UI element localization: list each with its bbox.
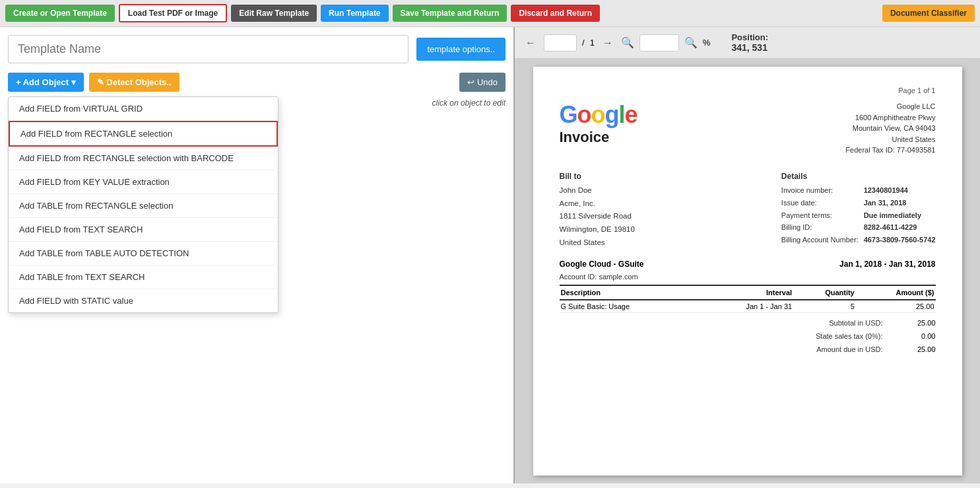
page-label: Page 1 of 1 xyxy=(560,87,936,94)
doc-toolbar: ← 1 / 1 → 🔍 100 🔍 % Position: 341, 531 xyxy=(515,27,980,59)
doc-page-wrapper: Page 1 of 1 Google Invoice Google LLC 16… xyxy=(515,59,980,483)
col-amount: Amount ($) xyxy=(856,285,936,300)
edit-raw-button[interactable]: Edit Raw Template xyxy=(231,5,317,22)
next-page-button[interactable]: → xyxy=(600,36,616,50)
save-return-button[interactable]: Save Template and Return xyxy=(393,5,507,22)
prev-page-button[interactable]: ← xyxy=(523,36,539,50)
col-interval: Interval xyxy=(699,285,793,300)
load-test-button[interactable]: Load Test PDF or Image xyxy=(119,4,227,22)
zoom-unit: % xyxy=(703,38,711,48)
dropdown-item-virtual-grid[interactable]: Add FIELD from VIRTUAL GRID xyxy=(9,97,278,121)
position-value: 341, 531 xyxy=(731,42,768,53)
dropdown-item-table-text-search[interactable]: Add TABLE from TEXT SEARCH xyxy=(9,265,278,289)
gsuite-section: Google Cloud - GSuite Jan 1, 2018 - Jan … xyxy=(560,260,936,281)
dropdown-item-key-value[interactable]: Add FIELD from KEY VALUE extraction xyxy=(9,170,278,194)
toolbar: Create or Open Template Load Test PDF or… xyxy=(0,0,980,27)
zoom-in-icon[interactable]: 🔍 xyxy=(684,36,698,49)
doc-page: Page 1 of 1 Google Invoice Google LLC 16… xyxy=(533,67,962,475)
create-open-button[interactable]: Create or Open Template xyxy=(5,5,115,22)
zoom-out-icon[interactable]: 🔍 xyxy=(621,36,634,49)
dropdown-item-table-auto[interactable]: Add TABLE from TABLE AUTO DETECTION xyxy=(9,242,278,265)
page-number-input[interactable]: 1 xyxy=(544,34,577,52)
template-name-row: template options.. xyxy=(8,35,506,63)
add-object-button[interactable]: + Add Object ▾ xyxy=(8,73,84,92)
add-object-dropdown: Add FIELD from VIRTUAL GRIDAdd FIELD fro… xyxy=(8,96,278,313)
discard-return-button[interactable]: Discard and Return xyxy=(511,5,600,22)
page-total: 1 xyxy=(590,38,595,48)
totals-section: Subtotal in USD: 25.00 State sales tax (… xyxy=(560,317,936,356)
account-id: Account ID: sample.com xyxy=(560,273,936,281)
col-quantity: Quantity xyxy=(793,285,856,300)
company-info: Google LLC 1600 Amphitheatre Pkwy Mounta… xyxy=(845,101,935,156)
doc-header: Google Invoice Google LLC 1600 Amphithea… xyxy=(560,101,936,159)
dropdown-item-rect-selection[interactable]: Add FIELD from RECTANGLE selection xyxy=(9,121,278,147)
dropdown-item-text-search-field[interactable]: Add FIELD from TEXT SEARCH xyxy=(9,218,278,242)
object-row: + Add Object ▾ ✎ Detect Objects.. ↩ Undo… xyxy=(8,73,506,92)
document-classifier-button[interactable]: Document Classifier xyxy=(882,5,975,22)
main-area: template options.. + Add Object ▾ ✎ Dete… xyxy=(0,27,980,483)
bill-to-section: Bill to John Doe Acme, Inc. 1811 Silvers… xyxy=(560,170,635,249)
right-panel: ← 1 / 1 → 🔍 100 🔍 % Position: 341, 531 P… xyxy=(515,27,980,483)
dropdown-item-static-value[interactable]: Add FIELD with STATIC value xyxy=(9,289,278,312)
billing-section: Bill to John Doe Acme, Inc. 1811 Silvers… xyxy=(560,170,936,249)
page-separator: / xyxy=(582,38,585,48)
template-name-input[interactable] xyxy=(8,35,408,63)
invoice-table: Description Interval Quantity Amount ($)… xyxy=(560,285,936,313)
template-options-button[interactable]: template options.. xyxy=(416,38,506,61)
left-panel: template options.. + Add Object ▾ ✎ Dete… xyxy=(0,27,515,483)
dropdown-item-rect-barcode[interactable]: Add FIELD from RECTANGLE selection with … xyxy=(9,147,278,170)
undo-button[interactable]: ↩ Undo xyxy=(459,73,506,92)
col-description: Description xyxy=(560,285,699,300)
run-template-button[interactable]: Run Template xyxy=(321,5,388,22)
google-logo: Google Invoice xyxy=(560,101,637,159)
table-row: G Suite Basic: UsageJan 1 - Jan 31525.00 xyxy=(560,300,936,313)
position-label: Position: xyxy=(731,32,768,42)
detect-objects-button[interactable]: ✎ Detect Objects.. xyxy=(89,73,180,92)
dropdown-item-table-rect[interactable]: Add TABLE from RECTANGLE selection xyxy=(9,194,278,218)
details-section: Details Invoice number: 12340801944 Issu… xyxy=(781,170,936,249)
zoom-input[interactable]: 100 xyxy=(639,34,679,52)
invoice-title: Invoice xyxy=(560,129,637,146)
